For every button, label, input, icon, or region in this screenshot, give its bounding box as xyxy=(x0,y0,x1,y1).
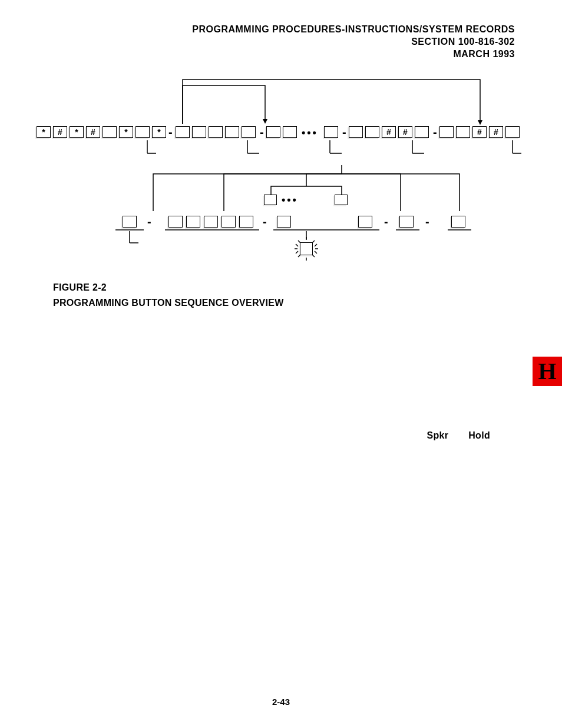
figure-caption: FIGURE 2-2 PROGRAMMING BUTTON SEQUENCE O… xyxy=(53,280,284,310)
dash: - xyxy=(342,126,346,139)
key xyxy=(176,126,190,138)
key: # xyxy=(53,126,67,138)
dash: - xyxy=(168,126,173,139)
spkr-label: Spkr xyxy=(427,430,448,441)
key xyxy=(264,195,277,205)
key xyxy=(365,126,379,138)
key xyxy=(239,216,253,228)
key: # xyxy=(86,126,100,138)
caption-line-1: FIGURE 2-2 xyxy=(53,280,284,295)
key xyxy=(399,216,414,228)
dash: - xyxy=(263,215,267,229)
caption-line-2: PROGRAMMING BUTTON SEQUENCE OVERVIEW xyxy=(53,295,284,311)
key: # xyxy=(382,126,396,138)
key xyxy=(456,126,470,138)
key xyxy=(135,126,150,138)
key xyxy=(415,126,429,138)
dash: - xyxy=(147,215,151,229)
diagram-wires xyxy=(35,77,524,265)
key xyxy=(225,126,239,138)
key xyxy=(103,126,117,138)
key xyxy=(505,126,520,138)
key xyxy=(123,216,137,228)
key xyxy=(192,126,206,138)
key xyxy=(204,216,218,228)
header-line-3: MARCH 1993 xyxy=(192,48,515,61)
key xyxy=(209,126,223,138)
page-header: PROGRAMMING PROCEDURES-INSTRUCTIONS/SYST… xyxy=(192,24,515,60)
key: # xyxy=(472,126,487,138)
key xyxy=(277,216,291,228)
key xyxy=(266,126,280,138)
svg-line-20 xyxy=(296,244,298,246)
svg-marker-1 xyxy=(478,120,482,125)
svg-line-21 xyxy=(315,244,317,246)
key xyxy=(222,216,236,228)
key xyxy=(349,126,363,138)
header-line-2: SECTION 100-816-302 xyxy=(192,36,515,48)
page-number: 2-43 xyxy=(0,697,562,707)
key xyxy=(242,126,256,138)
dash: - xyxy=(260,126,264,139)
header-line-1: PROGRAMMING PROCEDURES-INSTRUCTIONS/SYST… xyxy=(192,24,515,36)
key: # xyxy=(489,126,503,138)
hold-label: Hold xyxy=(468,430,490,441)
footer-labels: SpkrHold xyxy=(427,430,510,441)
key xyxy=(324,126,338,138)
key xyxy=(186,216,200,228)
dash: - xyxy=(384,215,388,229)
key xyxy=(335,195,348,205)
key: * xyxy=(152,126,166,138)
diagram: * # * # * * - - ••• - # # - # # - - - - … xyxy=(35,77,524,265)
dash: - xyxy=(425,215,429,229)
ellipsis: ••• xyxy=(302,127,318,139)
key xyxy=(168,216,183,228)
key xyxy=(358,216,372,228)
svg-marker-0 xyxy=(263,119,267,124)
svg-line-22 xyxy=(296,251,298,253)
key: * xyxy=(37,126,51,138)
key xyxy=(451,216,465,228)
led-icon xyxy=(300,242,313,255)
key: * xyxy=(119,126,133,138)
key: # xyxy=(398,126,412,138)
svg-line-23 xyxy=(315,251,317,253)
key: * xyxy=(70,126,84,138)
dash: - xyxy=(433,126,437,139)
key xyxy=(439,126,454,138)
section-tab: H xyxy=(533,357,562,386)
ellipsis: ••• xyxy=(282,194,298,206)
key xyxy=(283,126,297,138)
